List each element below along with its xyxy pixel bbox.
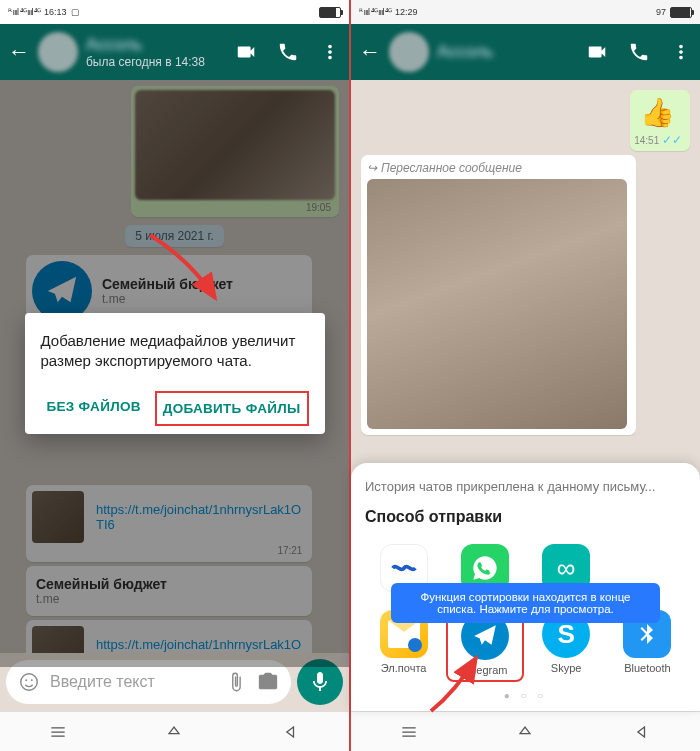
share-subtitle: История чатов прикреплена к данному пись… (365, 479, 686, 494)
page-dots: ● ○ ○ (365, 682, 686, 703)
phone-left: ᴿ ıııl ⁴ᴳ ıııl ⁴ᴳ16:13 ▢ ← Ассоль была с… (0, 0, 349, 751)
chat-header: ← Ассоль была сегодня в 14:38 (0, 24, 349, 80)
status-time: 12:29 (395, 7, 418, 17)
contact-status: была сегодня в 14:38 (86, 55, 227, 69)
no-files-button[interactable]: БЕЗ ФАЙЛОВ (41, 391, 147, 426)
back-icon[interactable]: ← (8, 39, 30, 65)
dialog-text: Добавление медиафайлов увеличит размер э… (41, 331, 309, 372)
nav-back-icon[interactable] (632, 722, 652, 742)
read-ticks-icon: ✓✓ (662, 133, 682, 147)
forwarded-label: ↪Пересланное сообщение (367, 161, 630, 179)
status-bar: ᴿ ıııl ⁴ᴳ ıııl ⁴ᴳ12:29 97 (351, 0, 700, 24)
nav-menu-icon[interactable] (399, 722, 419, 742)
avatar[interactable] (389, 32, 429, 72)
add-files-button[interactable]: ДОБАВИТЬ ФАЙЛЫ (155, 391, 309, 426)
call-icon[interactable] (277, 41, 299, 63)
msg-thumbs-up[interactable]: 👍 14:51 ✓✓ (630, 90, 690, 151)
attach-icon[interactable] (225, 671, 247, 693)
nav-bar (0, 711, 349, 751)
more-icon[interactable] (319, 41, 341, 63)
avatar[interactable] (38, 32, 78, 72)
call-icon[interactable] (628, 41, 650, 63)
thumbs-up-icon: 👍 (634, 94, 686, 131)
status-bar: ᴿ ıııl ⁴ᴳ ıııl ⁴ᴳ16:13 ▢ (0, 0, 349, 24)
video-icon[interactable] (586, 41, 608, 63)
signal-icon: ᴿ ıııl ⁴ᴳ ıııl ⁴ᴳ (8, 7, 40, 17)
svg-point-1 (25, 679, 27, 681)
nav-menu-icon[interactable] (48, 722, 68, 742)
red-arrow (140, 230, 230, 310)
svg-point-0 (21, 674, 38, 691)
photo-attachment[interactable] (367, 179, 627, 429)
dialog-overlay: Добавление медиафайлов увеличит размер э… (0, 80, 349, 667)
status-time: 16:13 (44, 7, 67, 17)
video-icon[interactable] (235, 41, 257, 63)
contact-name: Ассоль (437, 42, 578, 62)
nav-home-icon[interactable] (164, 722, 184, 742)
svg-point-2 (31, 679, 33, 681)
msg-forwarded-photo[interactable]: ↪Пересланное сообщение (361, 155, 636, 435)
contact-name: Ассоль (86, 35, 227, 55)
nav-home-icon[interactable] (515, 722, 535, 742)
battery-icon (670, 7, 692, 18)
chat-header: ← Ассоль (351, 24, 700, 80)
more-icon[interactable] (670, 41, 692, 63)
export-dialog: Добавление медиафайлов увеличит размер э… (25, 313, 325, 435)
sort-tooltip: Функция сортировки находится в конце спи… (391, 583, 660, 623)
input-placeholder: Введите текст (50, 673, 215, 691)
camera-icon[interactable] (257, 671, 279, 693)
nav-bar (351, 711, 700, 751)
emoji-icon[interactable] (18, 671, 40, 693)
phone-right: ᴿ ıııl ⁴ᴳ ıııl ⁴ᴳ12:29 97 ← Ассоль 👍 14:… (351, 0, 700, 751)
nav-back-icon[interactable] (281, 722, 301, 742)
share-title: Способ отправки (365, 508, 686, 526)
back-icon[interactable]: ← (359, 39, 381, 65)
battery-icon (319, 7, 341, 18)
share-sheet: История чатов прикреплена к данному пись… (351, 463, 700, 711)
